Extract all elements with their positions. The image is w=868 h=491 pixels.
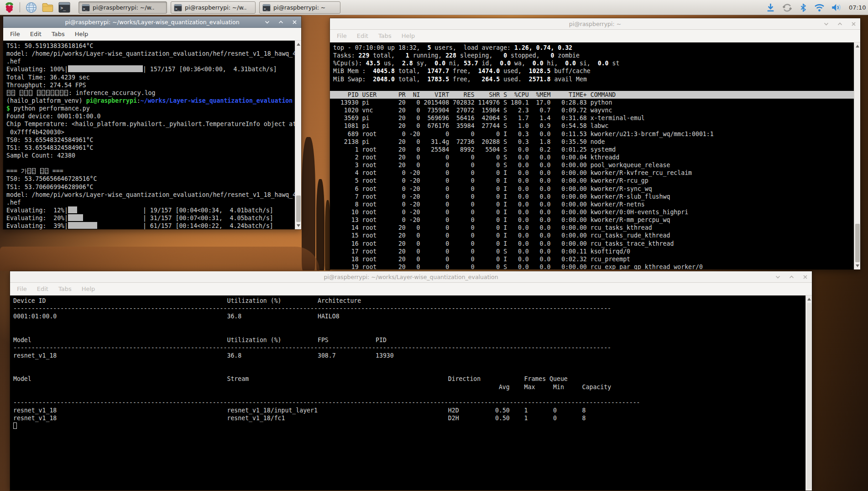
system-tray: 07:10: [766, 0, 868, 15]
terminal-line: [13, 328, 805, 336]
terminal-window-top: pi@raspberrypi: ~ File Edit Tabs Help to…: [329, 18, 861, 270]
terminal-line: 1 root 20 0 25584 8992 5504 S 0.0 0.2 0:…: [333, 146, 854, 153]
scrollbar[interactable]: [854, 42, 860, 269]
terminal-line: 7 root 0 -20 0 0 0 I 0.0 0.0 0:00.00 kwo…: [333, 193, 854, 201]
clock[interactable]: 07:10: [849, 4, 867, 11]
download-icon[interactable]: [766, 3, 775, 12]
maximize-icon[interactable]: [788, 274, 795, 280]
terminal-output[interactable]: top - 07:10:00 up 18:32, 5 users, load a…: [330, 42, 854, 269]
menu-help[interactable]: Help: [77, 285, 100, 292]
scrollbar[interactable]: [805, 296, 812, 491]
terminal-line: 14 root 20 0 0 0 0 I 0.0 0.0 0:00.00 rcu…: [333, 224, 854, 232]
menu-file[interactable]: File: [332, 32, 352, 39]
taskbar-window-button-3[interactable]: >_ pi@raspberrypi: ~: [259, 1, 340, 14]
terminal-line: PID USER PR NI VIRT RES SHR S %CPU %MEM …: [333, 91, 854, 99]
taskbar-button-label: pi@raspberrypi: ~: [273, 4, 325, 11]
menu-tabs[interactable]: Tabs: [53, 285, 77, 292]
terminal-line: Tasks: 229 total, 1 running, 228 sleepin…: [333, 52, 854, 59]
close-icon[interactable]: [291, 19, 298, 26]
wallpaper-rock-silhouette: [316, 179, 324, 270]
terminal-line: === 가B2E8D55C BC84C804 ===: [6, 167, 295, 175]
terminal-line: 1081 pi 20 0 676176 35984 27744 S 1.0 0.…: [333, 122, 854, 130]
terminal-line: Throughput: 274.54 FPS: [6, 81, 295, 89]
terminal-line: 6 root 0 -20 0 0 0 I 0.0 0.0 0:00.00 kwo…: [333, 185, 854, 193]
scroll-up-icon[interactable]: [295, 41, 301, 48]
window-title: pi@raspberrypi: ~/works/Layer-wise_quant…: [65, 19, 239, 26]
terminal-line: Evaluating: 39%|| 61/157 [00:14<00:22, 4…: [6, 222, 295, 229]
menu-help[interactable]: Help: [397, 32, 420, 39]
terminal-line: Evaluating: 12%|| 19/157 [00:04<00:34, 4…: [6, 206, 295, 214]
window-title: pi@raspberrypi: ~/works/Layer-wise_quant…: [324, 274, 498, 280]
terminal-line: 13 root 0 -20 0 0 0 I 0.0 0.0 0:00.00 kw…: [333, 216, 854, 224]
taskbar-window-button-1[interactable]: >_ pi@raspberrypi: ~/w..: [78, 1, 167, 14]
terminal-output[interactable]: Device ID Utilization (%) Architecture--…: [10, 296, 805, 491]
terminal-line: [13, 367, 805, 375]
titlebar[interactable]: pi@raspberrypi: ~/works/Layer-wise_quant…: [10, 271, 812, 283]
volume-icon[interactable]: [831, 2, 842, 13]
scrollbar[interactable]: [295, 41, 301, 229]
svg-text:>_: >_: [83, 6, 88, 11]
scroll-down-icon[interactable]: [854, 263, 860, 269]
terminal-icon[interactable]: >_: [58, 1, 70, 13]
updates-icon[interactable]: [782, 3, 792, 13]
bluetooth-icon[interactable]: [799, 4, 807, 12]
scrollbar-thumb[interactable]: [296, 195, 301, 222]
minimize-icon[interactable]: [774, 274, 781, 280]
browser-globe-icon[interactable]: [26, 2, 37, 13]
terminal-window-monitor: pi@raspberrypi: ~/works/Layer-wise_quant…: [10, 271, 812, 491]
terminal-line: Found device: 0001:01:00.0: [6, 112, 295, 120]
titlebar[interactable]: pi@raspberrypi: ~: [330, 18, 860, 30]
menu-edit[interactable]: Edit: [25, 31, 47, 37]
menubar: File Edit Tabs Help: [10, 283, 812, 296]
terminal-line: 1020 vnc 20 0 735904 27072 15984 S 2.3 0…: [333, 106, 854, 114]
menu-tabs[interactable]: Tabs: [47, 31, 70, 37]
terminal-line: ----------------------------------------…: [13, 399, 805, 407]
terminal-window-icon: >_: [262, 4, 271, 12]
scrollbar-thumb[interactable]: [855, 224, 860, 262]
terminal-line: Chip Temperature: <hailo_platform.pyhail…: [6, 120, 295, 128]
menu-tabs[interactable]: Tabs: [373, 32, 397, 39]
raspberry-menu-icon[interactable]: [5, 2, 14, 13]
minimize-icon[interactable]: [264, 19, 270, 26]
menu-edit[interactable]: Edit: [352, 32, 373, 39]
terminal-line: Evaluating: 20%|| 31/157 [00:07<00:31, 4…: [6, 214, 295, 222]
terminal-line: ----------------------------------------…: [13, 305, 805, 312]
terminal-line: 16 root 20 0 0 0 0 I 0.0 0.0 0:00.00 rcu…: [333, 240, 854, 248]
terminal-line: TS1: 50.51913833618164°C: [6, 42, 295, 50]
menu-file[interactable]: File: [5, 31, 25, 37]
terminal-line: resnet_v1_18 resnet_v1_18/fc1 D2H 0.50 1…: [13, 414, 805, 422]
menu-help[interactable]: Help: [70, 31, 94, 37]
terminal-line: [13, 320, 805, 328]
wifi-icon[interactable]: [814, 2, 825, 13]
wallpaper-mesa: [0, 247, 319, 271]
close-icon[interactable]: [850, 21, 857, 27]
maximize-icon[interactable]: [837, 21, 843, 27]
terminal-line: $ python performance.py: [6, 105, 295, 112]
terminal-line: Model Utilization (%) FPS PID: [13, 336, 805, 344]
terminal-line: (hailo_platform_venv) pi@raspberrypi:~/w…: [6, 97, 295, 105]
file-manager-icon[interactable]: [42, 2, 54, 13]
taskbar: >_ >_ pi@raspberrypi: ~/w.. >_: [0, 0, 868, 15]
terminal-line: [13, 422, 805, 430]
terminal-output[interactable]: TS1: 50.51913833618164°Cmodel: /home/pi/…: [3, 41, 295, 229]
taskbar-button-label: pi@raspberrypi: ~/w..: [185, 4, 247, 11]
scroll-up-icon[interactable]: [806, 296, 812, 302]
terminal-line: 3 root 20 0 0 0 0 S 0.0 0.0 0:00.00 pool…: [333, 161, 854, 169]
minimize-icon[interactable]: [823, 21, 829, 27]
taskbar-window-button-2[interactable]: >_ pi@raspberrypi: ~/w..: [171, 1, 256, 14]
menu-edit[interactable]: Edit: [32, 285, 53, 292]
titlebar[interactable]: pi@raspberrypi: ~/works/Layer-wise_quant…: [3, 16, 301, 28]
terminal-line: MiB Mem : 4045.8 total, 1747.7 free, 147…: [333, 67, 854, 75]
scroll-down-icon[interactable]: [295, 222, 301, 229]
terminal-line: model: /home/pi/works/Layer-wise_quantiz…: [6, 191, 295, 199]
scrollbar-thumb[interactable]: [807, 303, 811, 489]
close-icon[interactable]: [802, 274, 808, 280]
menubar: File Edit Tabs Help: [3, 28, 301, 41]
menu-file[interactable]: File: [12, 285, 32, 292]
svg-text:>_: >_: [60, 5, 66, 11]
maximize-icon[interactable]: [277, 19, 284, 26]
terminal-line: Device ID Utilization (%) Architecture: [13, 297, 805, 305]
terminal-window-evaluation: pi@raspberrypi: ~/works/Layer-wise_quant…: [3, 16, 302, 230]
scroll-up-icon[interactable]: [854, 43, 860, 49]
terminal-line: 3569 pi 20 0 569696 56416 42064 S 1.7 1.…: [333, 114, 854, 122]
